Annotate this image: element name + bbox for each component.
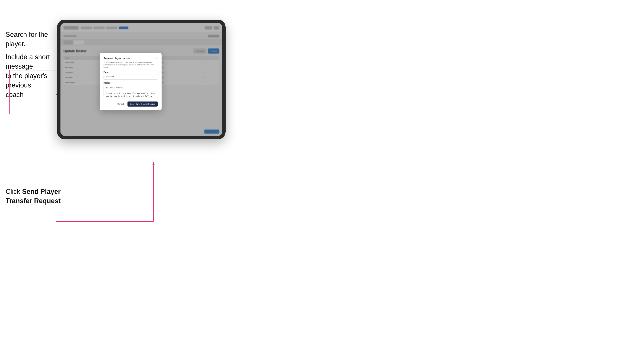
- modal-overlay: Request player transfer × If the player …: [60, 23, 222, 136]
- modal-description: If the player is transferring from anoth…: [104, 61, 158, 69]
- modal-header: Request player transfer ×: [104, 57, 158, 60]
- cancel-button[interactable]: Cancel: [116, 102, 126, 106]
- svg-marker-7: [152, 162, 155, 165]
- annotation-click: Click Send Player Transfer Request: [6, 187, 62, 206]
- tablet-screen: Update Roster + Add Player + Transfer Na…: [60, 23, 222, 136]
- annotation-message: Include a short message to the player's …: [6, 52, 66, 99]
- message-textarea[interactable]: Hi Coach McHarg, Please accept this tran…: [104, 85, 158, 98]
- player-label: Player: [104, 71, 158, 73]
- modal-close-button[interactable]: ×: [155, 57, 158, 60]
- player-input[interactable]: [104, 74, 158, 80]
- annotation-search: Search for the player.: [6, 30, 58, 49]
- modal-footer: Cancel Send Player Transfer Request: [104, 102, 158, 107]
- tablet-device: Update Roster + Add Player + Transfer Na…: [57, 20, 226, 139]
- modal-title: Request player transfer: [104, 57, 131, 60]
- message-label: Message: [104, 82, 158, 84]
- request-transfer-modal: Request player transfer × If the player …: [100, 53, 162, 110]
- send-transfer-request-button[interactable]: Send Player Transfer Request: [128, 102, 158, 107]
